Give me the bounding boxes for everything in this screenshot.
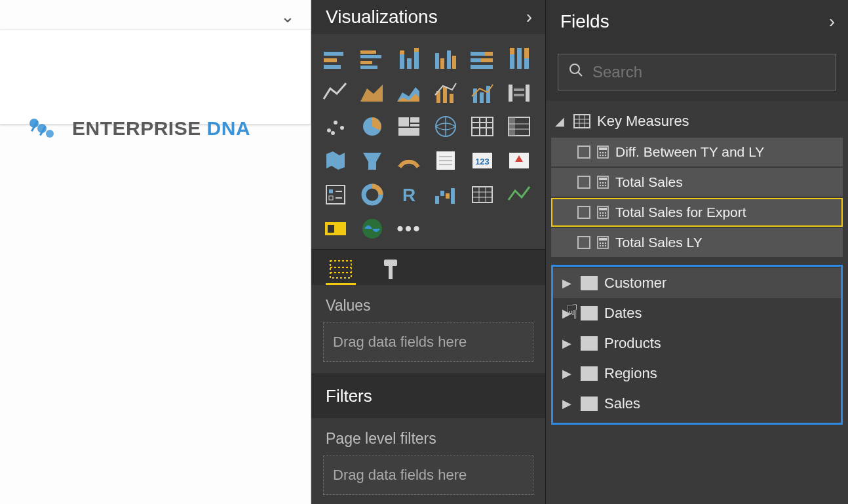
collapse-pane-icon[interactable]: › bbox=[526, 7, 532, 28]
ribbon-chart-icon[interactable] bbox=[504, 77, 534, 107]
checkbox-icon[interactable] bbox=[577, 206, 590, 219]
page-filters-label: Page level filters bbox=[311, 418, 545, 456]
table-row[interactable]: ▶Dates bbox=[553, 298, 841, 328]
area-chart-icon[interactable] bbox=[357, 77, 387, 107]
page-filters-drop-zone[interactable]: Drag data fields here bbox=[323, 456, 533, 495]
r-visual-icon[interactable]: R bbox=[394, 180, 424, 210]
clustered-bar-chart-icon[interactable] bbox=[357, 43, 387, 73]
format-tab[interactable] bbox=[376, 255, 406, 285]
visualizations-header[interactable]: Visualizations › bbox=[311, 0, 545, 34]
table-label: Regions bbox=[604, 365, 657, 382]
svg-rect-120 bbox=[599, 208, 607, 210]
svg-point-45 bbox=[334, 121, 337, 125]
funnel-chart-icon[interactable] bbox=[357, 145, 387, 176]
svg-rect-94 bbox=[384, 260, 397, 266]
fields-header[interactable]: Fields › bbox=[546, 0, 848, 43]
values-label: Values bbox=[311, 285, 545, 322]
table-label: Dates bbox=[604, 305, 642, 322]
svg-rect-91 bbox=[330, 261, 351, 278]
custom-visual-icon[interactable] bbox=[320, 214, 351, 244]
svg-point-117 bbox=[602, 185, 604, 186]
report-canvas[interactable]: ⌄ ENTERPRISE DNA bbox=[0, 0, 311, 504]
svg-point-130 bbox=[602, 242, 604, 244]
collapse-fields-icon[interactable]: › bbox=[829, 11, 835, 32]
scatter-chart-icon[interactable] bbox=[320, 111, 351, 142]
kpi-icon[interactable] bbox=[504, 145, 534, 176]
svg-point-129 bbox=[600, 242, 601, 244]
caret-down-icon: ◢ bbox=[552, 114, 567, 128]
svg-rect-145 bbox=[581, 337, 597, 350]
svg-point-116 bbox=[600, 185, 601, 186]
card-icon[interactable]: 123 bbox=[467, 145, 497, 176]
svg-rect-112 bbox=[599, 178, 607, 180]
svg-rect-8 bbox=[360, 50, 376, 54]
calculator-icon bbox=[597, 176, 609, 189]
svg-marker-63 bbox=[363, 153, 381, 170]
svg-rect-13 bbox=[400, 50, 404, 54]
line-stacked-column-icon[interactable] bbox=[467, 77, 497, 107]
visualizations-pane: Visualizations › bbox=[311, 0, 546, 504]
svg-point-134 bbox=[605, 245, 606, 246]
svg-rect-40 bbox=[509, 85, 512, 102]
measure-item[interactable]: Diff. Between TY and LY bbox=[551, 138, 843, 166]
table-icon bbox=[573, 114, 590, 128]
table-row[interactable]: ▶Regions bbox=[553, 359, 841, 389]
matrix-icon[interactable] bbox=[504, 111, 534, 142]
svg-point-125 bbox=[602, 215, 604, 216]
clustered-column-chart-icon[interactable] bbox=[431, 43, 461, 73]
stacked-column-chart-icon[interactable] bbox=[394, 43, 424, 73]
pie-chart-icon[interactable] bbox=[357, 111, 387, 142]
table-row[interactable]: ▶Sales bbox=[553, 389, 841, 419]
svg-rect-27 bbox=[510, 48, 514, 54]
measure-item[interactable]: Total Sales for Export bbox=[551, 198, 843, 227]
slicer-icon[interactable] bbox=[320, 180, 351, 210]
values-drop-zone[interactable]: Drag data fields here bbox=[323, 322, 533, 362]
line-clustered-column-icon[interactable] bbox=[431, 77, 461, 107]
table-row[interactable]: ▶Products bbox=[553, 328, 841, 359]
multi-row-card-icon[interactable] bbox=[431, 145, 461, 176]
fields-search[interactable] bbox=[558, 54, 836, 90]
svg-rect-50 bbox=[410, 117, 419, 123]
line-visual-icon[interactable] bbox=[504, 180, 534, 210]
more-visuals-icon[interactable]: ••• bbox=[394, 214, 424, 244]
svg-rect-81 bbox=[446, 193, 450, 199]
svg-text:123: 123 bbox=[475, 157, 490, 166]
filters-header[interactable]: Filters bbox=[311, 374, 545, 418]
table-key-measures[interactable]: ◢ Key Measures bbox=[546, 106, 848, 136]
svg-rect-22 bbox=[485, 52, 493, 56]
svg-rect-11 bbox=[360, 66, 377, 69]
stacked-bar-chart-icon[interactable] bbox=[320, 43, 351, 73]
visualizations-title: Visualizations bbox=[326, 7, 438, 28]
chevron-down-icon[interactable]: ⌄ bbox=[280, 7, 295, 27]
table-icon[interactable] bbox=[467, 111, 497, 142]
enterprise-dna-logo: ENTERPRISE DNA bbox=[25, 115, 250, 142]
svg-rect-10 bbox=[360, 61, 372, 64]
svg-rect-52 bbox=[398, 128, 419, 136]
checkbox-icon[interactable] bbox=[577, 145, 590, 159]
treemap-icon[interactable] bbox=[394, 111, 424, 142]
hundred-percent-column-icon[interactable] bbox=[504, 43, 534, 73]
line-chart-icon[interactable] bbox=[320, 77, 351, 107]
svg-rect-155 bbox=[581, 397, 597, 410]
filled-map-icon[interactable] bbox=[320, 145, 351, 176]
caret-right-icon: ▶ bbox=[560, 306, 574, 320]
calculator-icon bbox=[597, 145, 609, 159]
calculator-icon bbox=[597, 236, 609, 249]
checkbox-icon[interactable] bbox=[577, 176, 590, 189]
fields-pane: Fields › ◢ Key Measures Diff. Between TY… bbox=[546, 0, 848, 504]
measure-item[interactable]: Total Sales bbox=[551, 168, 843, 197]
donut-chart-icon[interactable] bbox=[357, 180, 387, 210]
map-icon[interactable] bbox=[431, 111, 461, 142]
table-visual-icon[interactable] bbox=[467, 180, 497, 210]
arcgis-map-icon[interactable] bbox=[357, 214, 387, 244]
checkbox-icon[interactable] bbox=[577, 236, 590, 249]
measure-item[interactable]: Total Sales LY bbox=[551, 228, 843, 257]
stacked-area-chart-icon[interactable] bbox=[394, 77, 424, 107]
search-input[interactable] bbox=[592, 63, 825, 81]
caret-right-icon: ▶ bbox=[560, 366, 574, 381]
waterfall-chart-icon[interactable] bbox=[431, 180, 461, 210]
hundred-percent-bar-icon[interactable] bbox=[467, 43, 497, 73]
gauge-icon[interactable] bbox=[394, 145, 424, 176]
fields-tab[interactable] bbox=[326, 255, 356, 285]
table-row[interactable]: ▶Customer bbox=[553, 268, 841, 298]
